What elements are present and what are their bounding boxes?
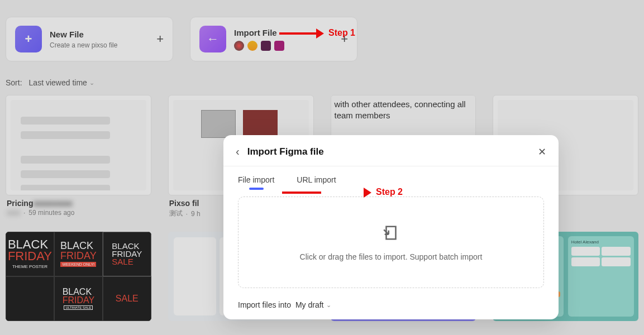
destination-select[interactable]: My draft ⌄ [295, 300, 331, 309]
file-card-blackfriday[interactable]: BLACKFRIDAYTHEME POSTER BLACKFRIDAYWEEKE… [6, 232, 151, 321]
figma-source-icon [234, 41, 244, 51]
sort-label: Sort: [6, 78, 22, 87]
arrow-import-icon: ← [199, 26, 226, 52]
rp-source-icon [274, 41, 284, 51]
new-file-title: New File [50, 30, 164, 39]
new-file-subtitle: Create a new pixso file [50, 41, 164, 49]
footer-label: Import files into [238, 300, 291, 309]
chevron-down-icon: ⌄ [326, 302, 331, 309]
plus-file-icon: + [15, 26, 42, 52]
plus-icon[interactable]: + [156, 32, 164, 46]
sort-dropdown[interactable]: Last viewed time ⌄ [29, 78, 94, 87]
xd-source-icon [261, 41, 271, 51]
import-sources-row [234, 41, 348, 51]
close-icon[interactable]: ✕ [538, 146, 546, 158]
back-button[interactable]: ‹ [236, 145, 240, 158]
file-title: Pricingxxxxxxxxx [7, 199, 150, 208]
modal-footer: Import files into My draft ⌄ [223, 294, 559, 319]
thumbnail [11, 100, 146, 190]
file-card[interactable]: Pricingxxxxxxxxx xxxx·59 minutes ago [6, 95, 151, 218]
ui-panel [174, 237, 216, 315]
sketch-source-icon [247, 41, 257, 51]
top-actions-row: + New File Create a new pixso file + ← I… [6, 17, 638, 61]
travel-panel-hotel: Hotel Alexand [568, 236, 634, 317]
destination-value: My draft [295, 300, 324, 309]
dropzone-text: Click or drag the files to import. Suppo… [300, 252, 483, 261]
sort-controls: Sort: Last viewed time ⌄ [6, 78, 638, 87]
import-arrow-icon [381, 223, 400, 245]
plus-icon[interactable]: + [341, 32, 348, 46]
file-dropzone[interactable]: Click or drag the files to import. Suppo… [238, 197, 544, 288]
modal-title: Import Figma file [247, 146, 324, 157]
new-file-card[interactable]: + New File Create a new pixso file + [6, 17, 173, 61]
modal-body: File import URL import Click or drag the… [223, 166, 559, 294]
chevron-down-icon: ⌄ [89, 79, 94, 87]
file-meta: xxxx·59 minutes ago [7, 209, 150, 217]
import-file-title: Import File [234, 28, 348, 37]
sort-value-text: Last viewed time [29, 78, 87, 87]
import-file-card[interactable]: ← Import File + [190, 17, 357, 61]
modal-header: ‹ Import Figma file ✕ [223, 135, 559, 166]
import-figma-modal: ‹ Import Figma file ✕ File import URL im… [223, 135, 559, 319]
tab-file-import[interactable]: File import [238, 175, 274, 189]
import-tabs: File import URL import [238, 175, 544, 189]
tab-url-import[interactable]: URL import [297, 175, 336, 189]
